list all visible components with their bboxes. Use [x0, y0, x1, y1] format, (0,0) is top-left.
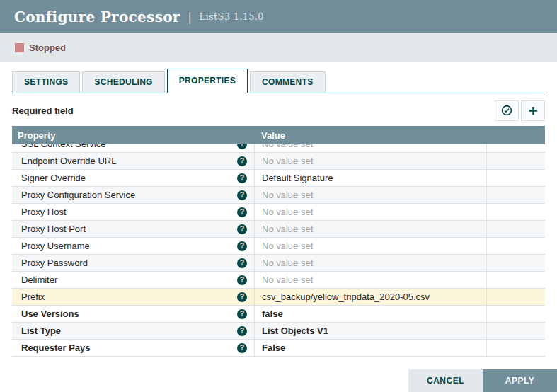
tab-scheduling[interactable]: SCHEDULING [82, 71, 164, 93]
property-name-cell: Proxy Configuration Service? [12, 187, 254, 203]
status-bar: Stopped [0, 33, 557, 62]
table-row: Proxy Password?No value set [12, 255, 545, 272]
property-value-cell[interactable]: Default Signature [254, 170, 486, 186]
processor-type-version: ListS3 1.15.0 [200, 11, 264, 22]
cancel-button[interactable]: CANCEL [408, 369, 483, 392]
property-name-cell: Requester Pays? [12, 340, 254, 356]
table-row: Prefix?csv_backup/yellow_tripdata_2020-0… [12, 289, 545, 306]
help-icon[interactable]: ? [237, 173, 247, 183]
property-value-cell[interactable]: No value set [254, 204, 486, 220]
table-row: Delimiter?No value set [12, 272, 545, 289]
property-value: No value set [262, 190, 313, 200]
property-value: List Objects V1 [262, 325, 328, 336]
property-name: Requester Pays [21, 342, 91, 353]
row-extra-cell [486, 323, 545, 339]
help-icon[interactable]: ? [237, 207, 247, 217]
help-icon[interactable]: ? [237, 275, 247, 285]
property-value-cell[interactable]: List Objects V1 [254, 323, 486, 339]
dialog-title: Configure Processor [14, 8, 180, 25]
row-extra-cell [486, 238, 545, 254]
property-name: Proxy Username [21, 241, 90, 251]
property-name: Delimiter [21, 275, 57, 285]
property-value: No value set [262, 144, 313, 149]
dialog-content: SETTINGSSCHEDULINGPROPERTIESCOMMENTS Req… [0, 69, 557, 357]
help-icon[interactable]: ? [237, 241, 247, 251]
property-value-cell[interactable]: No value set [254, 153, 486, 169]
help-icon[interactable]: ? [237, 224, 247, 234]
row-extra-cell [486, 144, 545, 152]
help-icon[interactable]: ? [237, 343, 247, 353]
tab-properties[interactable]: PROPERTIES [167, 69, 248, 93]
property-name-cell: SSL Context Service? [12, 144, 254, 152]
property-value-cell[interactable]: No value set [254, 272, 486, 288]
property-name-cell: Proxy Username? [12, 238, 254, 254]
property-value: false [262, 309, 283, 319]
property-name-cell: Endpoint Override URL? [12, 153, 254, 169]
help-icon[interactable]: ? [237, 309, 247, 319]
tab-settings[interactable]: SETTINGS [12, 71, 80, 93]
property-value-cell[interactable]: No value set [254, 221, 486, 237]
property-value-cell[interactable]: csv_backup/yellow_tripdata_2020-05.csv [254, 289, 486, 305]
add-property-button[interactable] [521, 100, 545, 121]
row-extra-cell [486, 289, 545, 305]
property-value: No value set [262, 241, 313, 251]
value-column-header: Value [254, 130, 486, 141]
table-row: Proxy Host Port?No value set [12, 221, 545, 238]
help-icon[interactable]: ? [237, 258, 247, 268]
property-value-cell[interactable]: No value set [254, 238, 486, 254]
property-name-cell: Proxy Host? [12, 204, 254, 220]
row-extra-cell [486, 306, 545, 322]
title-separator: | [188, 9, 192, 25]
table-row: List Type?List Objects V1 [12, 323, 545, 340]
properties-toolbar: Required field [12, 100, 545, 121]
property-value: No value set [262, 275, 313, 285]
property-name-cell: Use Versions? [12, 306, 254, 322]
help-icon[interactable]: ? [237, 156, 247, 166]
property-name-cell: Signer Override? [12, 170, 254, 186]
property-name-cell: Proxy Host Port? [12, 221, 254, 237]
table-row: SSL Context Service?No value set [12, 144, 545, 153]
row-extra-cell [486, 153, 545, 169]
row-extra-cell [486, 340, 545, 356]
tab-bar: SETTINGSSCHEDULINGPROPERTIESCOMMENTS [12, 69, 545, 93]
stopped-status-icon [15, 43, 24, 52]
status-label: Stopped [29, 42, 66, 53]
toolbar-buttons [493, 100, 545, 121]
property-name: Prefix [21, 292, 45, 302]
row-extra-cell [486, 255, 545, 271]
table-header: Property Value [12, 126, 545, 144]
property-name: Signer Override [21, 173, 86, 183]
help-icon[interactable]: ? [237, 326, 247, 336]
table-body: SSL Context Service?No value setEndpoint… [12, 144, 545, 357]
property-name-cell: Delimiter? [12, 272, 254, 288]
property-name-cell: List Type? [12, 323, 254, 339]
property-name: Proxy Host Port [21, 224, 86, 234]
properties-table: Property Value SSL Context Service?No va… [12, 126, 545, 357]
row-extra-cell [486, 221, 545, 237]
verify-properties-button[interactable] [495, 100, 519, 121]
plus-icon [528, 105, 539, 116]
help-icon[interactable]: ? [237, 144, 247, 149]
table-row: Proxy Host?No value set [12, 204, 545, 221]
property-value-cell[interactable]: false [254, 306, 486, 322]
dialog-footer: CANCEL APPLY [408, 369, 557, 392]
check-circle-icon [501, 105, 512, 116]
property-name: Proxy Password [21, 258, 88, 268]
property-name: Proxy Host [21, 207, 67, 217]
property-column-header: Property [12, 130, 254, 141]
help-icon[interactable]: ? [237, 190, 247, 200]
property-name: List Type [21, 325, 61, 336]
property-value-cell[interactable]: No value set [254, 255, 486, 271]
property-value-cell[interactable]: False [254, 340, 486, 356]
property-value: Default Signature [262, 173, 333, 183]
required-field-label: Required field [12, 105, 74, 116]
property-name: Proxy Configuration Service [21, 190, 135, 200]
tab-comments[interactable]: COMMENTS [250, 71, 325, 93]
apply-button[interactable]: APPLY [483, 369, 557, 392]
property-name: SSL Context Service [21, 144, 105, 149]
help-icon[interactable]: ? [237, 292, 247, 302]
row-extra-cell [486, 187, 545, 203]
row-extra-cell [486, 170, 545, 186]
property-value-cell[interactable]: No value set [254, 187, 486, 203]
property-value-cell[interactable]: No value set [254, 144, 486, 152]
